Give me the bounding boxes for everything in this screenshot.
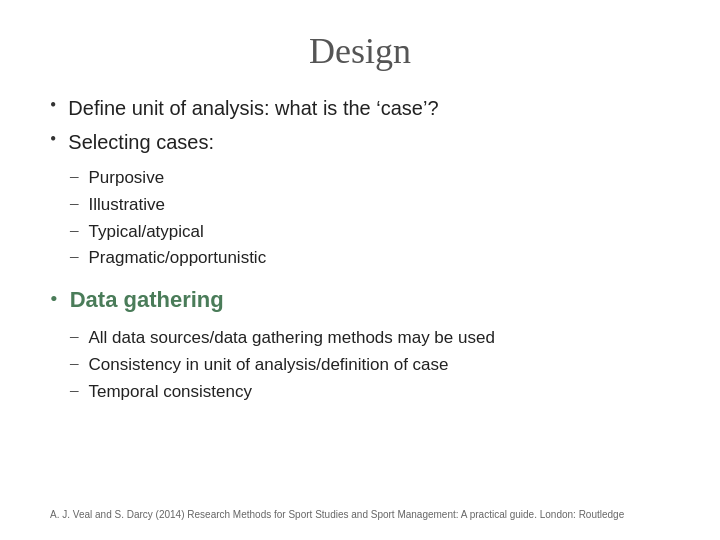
bullet-item-2: • Selecting cases:: [50, 128, 670, 156]
bullet-dot-2: •: [50, 129, 56, 150]
list-item: – Illustrative: [70, 193, 670, 217]
sub-text-2: Illustrative: [89, 193, 166, 217]
dash-icon: –: [70, 220, 79, 240]
slide: Design • Define unit of analysis: what i…: [0, 0, 720, 540]
dg-sub-text-3: Temporal consistency: [89, 380, 252, 404]
dash-icon: –: [70, 193, 79, 213]
dg-sub-text-2: Consistency in unit of analysis/definiti…: [89, 353, 449, 377]
bullet-text-2: Selecting cases:: [68, 128, 214, 156]
dash-icon: –: [70, 166, 79, 186]
dash-icon: –: [70, 380, 79, 400]
slide-content: • Define unit of analysis: what is the ‘…: [50, 94, 670, 501]
sub-text-1: Purposive: [89, 166, 165, 190]
bullet-dot-dg: •: [50, 286, 58, 312]
list-item: – All data sources/data gathering method…: [70, 326, 670, 350]
list-item: – Temporal consistency: [70, 380, 670, 404]
bullet-item-data-gathering: • Data gathering: [50, 285, 670, 316]
slide-footer: A. J. Veal and S. Darcy (2014) Research …: [50, 501, 670, 520]
sub-text-4: Pragmatic/opportunistic: [89, 246, 267, 270]
dash-icon: –: [70, 353, 79, 373]
list-item: – Consistency in unit of analysis/defini…: [70, 353, 670, 377]
dash-icon: –: [70, 246, 79, 266]
dash-icon: –: [70, 326, 79, 346]
list-item: – Typical/atypical: [70, 220, 670, 244]
data-gathering-sublist: – All data sources/data gathering method…: [70, 326, 670, 406]
selecting-cases-sublist: – Purposive – Illustrative – Typical/aty…: [70, 166, 670, 273]
bullet-text-1: Define unit of analysis: what is the ‘ca…: [68, 94, 438, 122]
bullet-dot-1: •: [50, 95, 56, 116]
bullet-item-1: • Define unit of analysis: what is the ‘…: [50, 94, 670, 122]
dg-sub-text-1: All data sources/data gathering methods …: [89, 326, 495, 350]
sub-text-3: Typical/atypical: [89, 220, 204, 244]
list-item: – Purposive: [70, 166, 670, 190]
list-item: – Pragmatic/opportunistic: [70, 246, 670, 270]
data-gathering-label: Data gathering: [70, 285, 224, 316]
slide-title: Design: [50, 30, 670, 72]
